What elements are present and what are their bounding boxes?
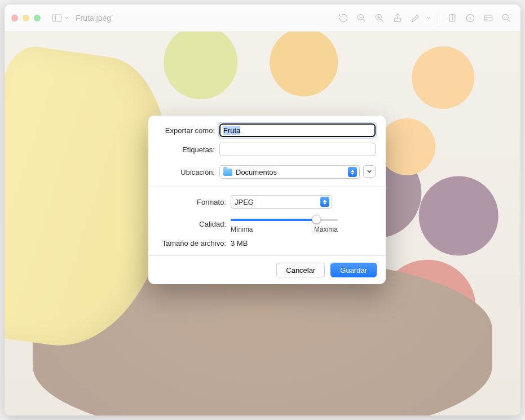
- tags-label: Etiquetas:: [158, 145, 219, 154]
- filesize-label: Tamaño de archivo:: [158, 239, 231, 247]
- export-filename-input[interactable]: [219, 123, 376, 137]
- expand-location-button[interactable]: [363, 165, 376, 178]
- quality-label: Calidad:: [158, 220, 231, 228]
- format-label: Formato:: [158, 198, 231, 206]
- tags-input[interactable]: [219, 143, 376, 156]
- location-value: Documentos: [236, 168, 345, 176]
- save-button[interactable]: Guardar: [330, 263, 377, 277]
- location-popup[interactable]: Documentos: [219, 165, 360, 179]
- filesize-value: 3 MB: [231, 239, 376, 247]
- quality-slider[interactable]: [231, 214, 338, 224]
- updown-icon: [320, 197, 329, 207]
- export-dialog: Exportar como: Etiquetas: Ubicación:: [148, 116, 386, 284]
- format-value: JPEG: [235, 198, 317, 206]
- quality-max-label: Máxima: [314, 226, 338, 233]
- format-popup[interactable]: JPEG: [231, 195, 332, 209]
- location-label: Ubicación:: [158, 168, 219, 176]
- quality-min-label: Mínima: [231, 226, 253, 233]
- folder-icon: [223, 169, 232, 176]
- updown-icon: [348, 167, 357, 177]
- export-as-label: Exportar como:: [158, 126, 219, 135]
- cancel-button[interactable]: Cancelar: [276, 263, 325, 277]
